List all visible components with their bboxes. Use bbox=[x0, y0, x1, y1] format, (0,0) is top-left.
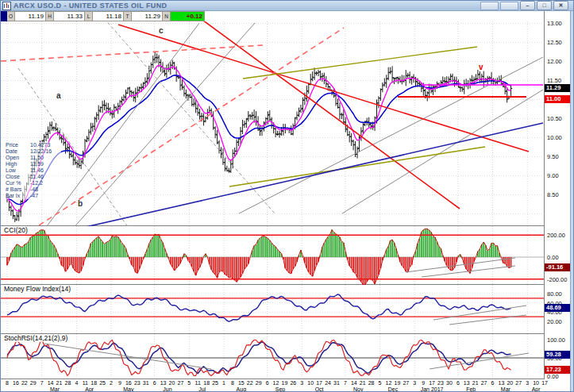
price-axis-label-12.50: 12.50 bbox=[547, 39, 562, 46]
info-value: 11.59 bbox=[30, 161, 61, 167]
annotation-b: b bbox=[78, 199, 83, 208]
info-row: High11.59 bbox=[6, 161, 61, 167]
title-bar: ARCX USO.D - UNITED STATES OIL FUND – □ … bbox=[1, 1, 574, 11]
quote-field-value-O: 11.19 bbox=[15, 11, 46, 21]
info-value: -47 bbox=[30, 193, 61, 199]
price-chart-canvas bbox=[1, 21, 544, 226]
titlebar-tool-button-1[interactable] bbox=[480, 2, 499, 10]
info-row: # Bars-48 bbox=[6, 186, 61, 193]
price-axis-label-10.50: 10.50 bbox=[547, 115, 562, 122]
info-label: Price bbox=[6, 142, 30, 148]
info-label: # Bars bbox=[6, 186, 30, 193]
info-value: 10.4273 bbox=[30, 142, 61, 148]
price-axis-chip-11.00: 11.00 bbox=[545, 95, 572, 103]
price-chart-pane[interactable]: Price10.4273Date12/22/16Open11.50High11.… bbox=[1, 21, 544, 226]
price-axis-chip-11.29: 11.29 bbox=[545, 84, 572, 92]
info-label: Bar Ix bbox=[6, 193, 30, 199]
stochrsi-value-chip-59.28: 59.28 bbox=[545, 351, 572, 359]
info-label: Low bbox=[6, 167, 30, 174]
stochrsi-indicator-pane[interactable]: StochRSI(14,21(2),9) bbox=[1, 334, 544, 379]
info-row: Price10.4273 bbox=[6, 142, 61, 148]
month-label-Jun: Jun bbox=[153, 386, 182, 392]
titlebar-tool-button-2[interactable] bbox=[500, 2, 518, 10]
change-value: +0.12 bbox=[171, 11, 205, 21]
annotation-v: v bbox=[479, 63, 483, 71]
mfi-value-chip: 48.69 bbox=[545, 304, 572, 312]
change-label: N bbox=[163, 11, 171, 21]
price-axis-label-9.50: 9.50 bbox=[547, 153, 559, 160]
info-value: -12.2 bbox=[30, 180, 61, 186]
month-label-Feb: Feb bbox=[457, 386, 485, 392]
mfi-pane-label: Money Flow Index(14) bbox=[2, 285, 72, 293]
price-axis-label-12.00: 12.00 bbox=[547, 58, 562, 65]
mfi-axis-label-20.00: 20.00 bbox=[547, 318, 562, 325]
crosshair-info-panel: Price10.4273Date12/22/16Open11.50High11.… bbox=[6, 142, 61, 199]
stochrsi-value-chip-17.23: 17.23 bbox=[545, 366, 572, 374]
month-label-Apr: Apr bbox=[75, 386, 104, 392]
annotation-a: a bbox=[56, 91, 61, 100]
info-value: 11.50 bbox=[30, 155, 61, 161]
cci-axis-label-200.00: 200.00 bbox=[547, 232, 565, 239]
price-axis-column: 13.0012.5012.0011.5010.5010.009.509.008.… bbox=[544, 11, 570, 379]
price-axis-label-10.00: 10.00 bbox=[547, 134, 562, 141]
price-axis-label-9.00: 9.00 bbox=[547, 172, 559, 179]
cci-pane-label: CCI(20) bbox=[2, 226, 29, 234]
cci-value-chip: -91.16 bbox=[545, 263, 572, 271]
info-row: Close11.46 bbox=[6, 174, 61, 180]
info-row: Low11.46 bbox=[6, 167, 61, 174]
cci-axis-label--200.00: -200.00 bbox=[547, 276, 567, 283]
info-label: Close bbox=[6, 174, 30, 180]
month-label-Dec: Dec bbox=[379, 386, 407, 392]
info-label: Cur % bbox=[6, 180, 30, 186]
info-label: High bbox=[6, 161, 30, 167]
month-label-Mar: Mar bbox=[491, 386, 520, 392]
restore-button[interactable]: □ bbox=[537, 1, 552, 10]
quote-field-label-O: O bbox=[7, 11, 15, 21]
month-label-Jan2017: Jan 2017 bbox=[418, 386, 446, 392]
minimize-button[interactable]: – bbox=[520, 1, 535, 10]
info-row: Cur %-12.2 bbox=[6, 180, 61, 186]
info-value: -48 bbox=[30, 186, 61, 193]
app-window: { "window": { "title": "ARCX USO.D - UNI… bbox=[0, 0, 574, 392]
month-label-Aug: Aug bbox=[227, 386, 256, 392]
price-axis-label-8.50: 8.50 bbox=[547, 191, 559, 198]
stochrsi-axis-label-0.00: 0.00 bbox=[547, 373, 559, 380]
info-row: Date12/22/16 bbox=[6, 148, 61, 155]
month-label-Sep: Sep bbox=[266, 386, 295, 392]
stochrsi-pane-label: StochRSI(14,21(2),9) bbox=[2, 334, 69, 342]
cci-indicator-pane[interactable]: CCI(20) bbox=[1, 226, 544, 285]
info-value: 11.46 bbox=[30, 174, 61, 180]
stochrsi-axis-label-100.00: 100.00 bbox=[547, 336, 565, 344]
quote-field-label-T: T bbox=[124, 11, 132, 21]
mfi-indicator-pane[interactable]: Money Flow Index(14) bbox=[1, 285, 544, 334]
cci-axis-label-0.00: 0.00 bbox=[547, 254, 559, 261]
quote-field-label-H: H bbox=[46, 11, 54, 21]
price-axis-label-13.00: 13.00 bbox=[547, 20, 562, 27]
stochrsi-canvas bbox=[1, 334, 544, 379]
info-value: 11.46 bbox=[30, 167, 61, 174]
month-label-Apr: Apr bbox=[522, 386, 550, 392]
quote-field-value-L: 11.18 bbox=[93, 11, 124, 21]
month-label-May: May bbox=[114, 386, 143, 392]
date-axis: 81622297142128Mar4111825Apr29162331May61… bbox=[1, 379, 574, 392]
date-tick-Apr-17: 17 bbox=[539, 380, 550, 386]
quote-bar: O11.19H11.33L11.18T11.29 N +0.12 bbox=[1, 11, 574, 21]
quote-field-value-H: 11.33 bbox=[54, 11, 85, 21]
month-label-Oct: Oct bbox=[305, 386, 333, 392]
mfi-canvas bbox=[1, 285, 544, 334]
info-label: Open bbox=[6, 155, 30, 161]
quote-grip bbox=[1, 11, 7, 21]
quote-field-label-L: L bbox=[85, 11, 93, 21]
window-right-frame bbox=[570, 11, 574, 392]
mfi-axis-label-80.00: 80.00 bbox=[547, 290, 562, 298]
info-value: 12/22/16 bbox=[30, 148, 61, 155]
month-label-Mar: Mar bbox=[40, 386, 69, 392]
info-label: Date bbox=[6, 148, 30, 155]
annotation-c: c bbox=[159, 26, 164, 35]
app-icon[interactable] bbox=[2, 2, 11, 10]
month-label-Nov: Nov bbox=[344, 386, 372, 392]
quote-field-value-T: 11.29 bbox=[132, 11, 163, 21]
month-label-Jul: Jul bbox=[188, 386, 217, 392]
info-row: Open11.50 bbox=[6, 155, 61, 161]
close-button[interactable]: ✕ bbox=[553, 1, 568, 10]
